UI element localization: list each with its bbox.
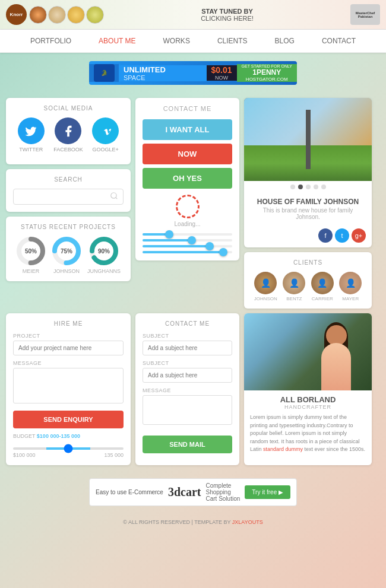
masterchef-section: MasterChef Pakistan bbox=[350, 4, 380, 25]
client-carrier[interactable]: 👤 CARRIER bbox=[311, 272, 334, 301]
slider-thumb-1[interactable] bbox=[165, 230, 173, 239]
nav-portfolio[interactable]: PORTFOLIO bbox=[26, 34, 76, 47]
meier-percent: 50% bbox=[25, 248, 37, 255]
message-label: MESSAGE bbox=[13, 360, 124, 366]
facebook-icon[interactable] bbox=[55, 117, 81, 144]
client-mayer-avatar: 👤 bbox=[339, 272, 362, 294]
spinner-circle bbox=[176, 195, 200, 218]
twitter-icon[interactable] bbox=[18, 117, 45, 144]
contact-message-textarea[interactable] bbox=[143, 395, 232, 425]
sushi-3 bbox=[67, 6, 85, 24]
subject2-input[interactable] bbox=[143, 368, 232, 383]
budget-slider[interactable] bbox=[13, 447, 124, 450]
client-mayer[interactable]: 👤 MAYER bbox=[339, 272, 362, 301]
dot-1[interactable] bbox=[290, 185, 295, 189]
project-input[interactable] bbox=[13, 341, 124, 355]
slider-track-4[interactable] bbox=[143, 251, 232, 253]
dot-3[interactable] bbox=[306, 185, 311, 189]
googleplus-wrap[interactable]: GOOGLE+ bbox=[92, 117, 119, 152]
clicking-text: CLICKING HERE! bbox=[201, 15, 254, 22]
gator-icon-wrap: 🐊 bbox=[89, 64, 119, 82]
nav-about-me[interactable]: ABOUT ME bbox=[94, 34, 140, 47]
house-google-button[interactable]: g+ bbox=[352, 228, 366, 243]
slider-track-1[interactable] bbox=[143, 233, 232, 236]
dot-4[interactable] bbox=[314, 185, 318, 189]
i-want-all-button[interactable]: I WANT ALL bbox=[143, 119, 232, 140]
meier-label: MEIER bbox=[23, 268, 40, 274]
junghanns-percent: 90% bbox=[98, 248, 110, 255]
house-photo bbox=[244, 98, 372, 181]
footer-ad-wrap[interactable]: Easy to use E-Commerce 3dcart Complete S… bbox=[0, 470, 386, 514]
space-text: SPACE bbox=[124, 74, 202, 81]
ad-banner-wrap[interactable]: 🐊 UNLIMITED SPACE $0.01 NOW GET STARTED … bbox=[0, 53, 386, 93]
house-twitter-button[interactable]: t bbox=[335, 228, 349, 243]
hostgator-ad-inner: 🐊 UNLIMITED SPACE $0.01 NOW GET STARTED … bbox=[89, 64, 297, 82]
client-carrier-name: CARRIER bbox=[312, 296, 333, 301]
middle-column: CONTACT ME I WANT ALL NOW OH YES Loading… bbox=[135, 98, 239, 309]
profile-photo bbox=[244, 313, 372, 390]
profile-description: Lorem ipsum is simply dummy text of the … bbox=[250, 414, 366, 454]
client-bentz[interactable]: 👤 BENTZ bbox=[283, 272, 305, 301]
gator-image: 🐊 bbox=[94, 64, 115, 82]
facebook-wrap[interactable]: FACEBOOK bbox=[53, 117, 83, 152]
house-photo-card: HOUSE OF FAMILY JOHNSON This is brand ne… bbox=[244, 98, 372, 247]
house-facebook-button[interactable]: f bbox=[318, 228, 333, 243]
slider-row-4 bbox=[143, 251, 232, 253]
client-johnson[interactable]: 👤 JOHNSON bbox=[254, 272, 277, 301]
svg-point-0 bbox=[111, 193, 116, 198]
sliders-container bbox=[143, 233, 232, 253]
masterchef-logo: MasterChef Pakistan bbox=[350, 4, 380, 25]
search-input[interactable] bbox=[18, 193, 110, 201]
nav-works[interactable]: WORKS bbox=[159, 34, 195, 47]
johnson-circle: 75% bbox=[52, 236, 81, 266]
slider-track-2[interactable] bbox=[143, 239, 232, 241]
get-started-text: GET STARTED FOR ONLY bbox=[242, 64, 292, 68]
oh-yes-button[interactable]: OH YES bbox=[143, 168, 232, 189]
nav-contact[interactable]: CONTACT bbox=[317, 34, 360, 47]
client-mayer-name: MAYER bbox=[342, 296, 359, 301]
slider-thumb-2[interactable] bbox=[188, 236, 196, 244]
search-title: SEARCH bbox=[13, 176, 124, 183]
message-textarea[interactable] bbox=[13, 368, 124, 403]
status-circles: 50% MEIER 75% JOHNSON bbox=[13, 236, 124, 274]
profile-card: ALL BORLAND HANDCRAFTER Lorem ipsum is s… bbox=[244, 313, 372, 465]
slider-thumb-3[interactable] bbox=[205, 242, 214, 250]
twitter-wrap[interactable]: TWITTER bbox=[18, 117, 45, 152]
profile-name: ALL BORLAND bbox=[250, 395, 366, 404]
search-button[interactable] bbox=[110, 192, 118, 202]
penny-price: $0.01 bbox=[211, 65, 232, 75]
hostgator-ad[interactable]: 🐊 UNLIMITED SPACE $0.01 NOW GET STARTED … bbox=[89, 61, 297, 85]
slider-row-3 bbox=[143, 245, 232, 247]
standard-dummy-link[interactable]: standard dummy bbox=[263, 446, 303, 452]
footer-ad-logo: 3dcart bbox=[168, 485, 201, 499]
woman-figure bbox=[312, 325, 360, 390]
johnson-label: JOHNSON bbox=[53, 268, 80, 274]
status-title: STATUS RECENT PROJECTS bbox=[13, 224, 124, 230]
project-label: PROJECT bbox=[13, 333, 124, 339]
search-box bbox=[13, 189, 124, 205]
vimeo-icon[interactable] bbox=[92, 117, 119, 144]
main-content: SOCIAL MEDIA TWITTER FACEBOOK bbox=[0, 93, 386, 313]
googleplus-label: GOOGLE+ bbox=[93, 147, 119, 152]
footer-easy-text: Easy to use E-Commerce bbox=[96, 489, 163, 495]
banner-center-text[interactable]: STAY TUNED BY CLICKING HERE! bbox=[201, 8, 254, 22]
send-enquiry-button[interactable]: SEND ENQUIRY bbox=[13, 411, 124, 428]
send-mail-button[interactable]: SEND MAIL bbox=[143, 436, 232, 453]
nav-blog[interactable]: BLOG bbox=[270, 34, 299, 47]
jxlayouts-link[interactable]: JXLAYOUTS bbox=[232, 519, 263, 525]
penny-section: $0.01 NOW bbox=[207, 65, 237, 81]
now-button[interactable]: NOW bbox=[143, 144, 232, 164]
slider-row-2 bbox=[143, 239, 232, 241]
dot-5[interactable] bbox=[321, 185, 326, 189]
subject-input[interactable] bbox=[143, 341, 232, 355]
one-penny-section: GET STARTED FOR ONLY 1PENNY HOSTGATOR.CO… bbox=[237, 64, 297, 82]
slider-track-3[interactable] bbox=[143, 245, 232, 247]
sushi-4 bbox=[86, 6, 104, 24]
dot-2[interactable] bbox=[298, 185, 303, 189]
footer-try-free-button[interactable]: Try it free ▶ bbox=[245, 485, 290, 499]
social-media-title: SOCIAL MEDIA bbox=[13, 105, 124, 112]
footer-ad[interactable]: Easy to use E-Commerce 3dcart Complete S… bbox=[89, 478, 297, 506]
nav-clients[interactable]: CLIENTS bbox=[213, 34, 252, 47]
facebook-label: FACEBOOK bbox=[53, 147, 83, 152]
slider-thumb-4[interactable] bbox=[219, 248, 227, 256]
